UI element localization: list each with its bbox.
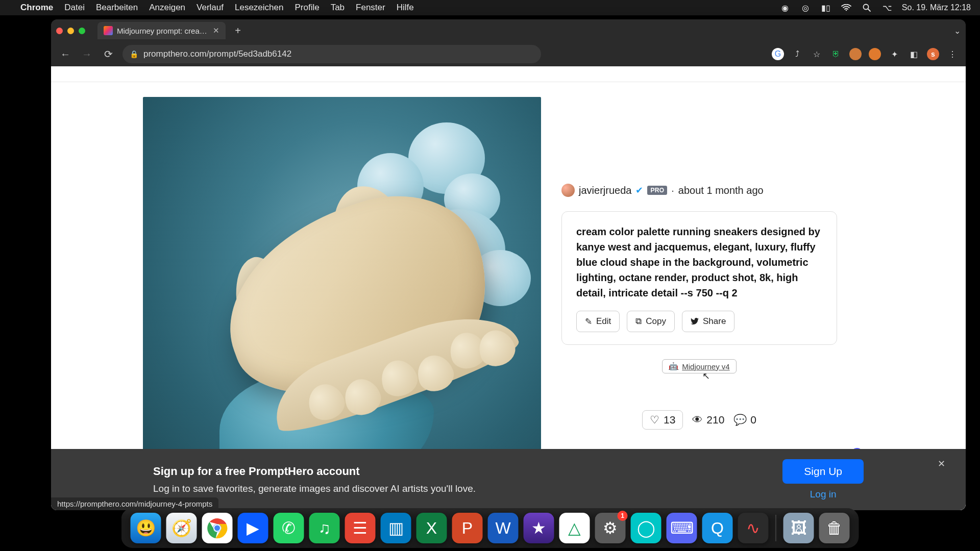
dock-whatsapp-icon[interactable]: ✆ xyxy=(274,513,304,543)
generated-image[interactable] xyxy=(143,97,541,495)
author-row: javierjrueda ✔ PRO · about 1 month ago xyxy=(561,184,874,197)
menu-history[interactable]: Verlauf xyxy=(197,3,224,13)
battery-icon[interactable]: ▮▯ xyxy=(820,3,831,13)
dock-settings-icon[interactable]: ⚙ 1 xyxy=(595,513,626,543)
edit-pencil-icon: ✎ xyxy=(585,316,592,327)
forward-button[interactable]: → xyxy=(80,48,94,60)
reload-button[interactable]: ⟳ xyxy=(101,48,115,60)
window-minimize-button[interactable] xyxy=(67,28,74,34)
menu-file[interactable]: Datei xyxy=(64,3,85,13)
stats-row: ♡ 13 👁 210 💬 0 xyxy=(561,410,837,430)
header-divider xyxy=(51,82,966,82)
dock-discord-icon[interactable]: ⌨ xyxy=(667,513,697,543)
profile-avatar-icon[interactable]: s xyxy=(927,48,939,60)
dock-zoom-icon[interactable]: ▶ xyxy=(238,513,268,543)
macos-menubar: Chrome Datei Bearbeiten Anzeigen Verlauf… xyxy=(0,0,980,15)
svg-point-5 xyxy=(214,525,220,532)
menu-bookmarks[interactable]: Lesezeichen xyxy=(235,3,283,13)
lock-icon: 🔒 xyxy=(130,50,138,58)
heart-icon: ♡ xyxy=(650,414,659,426)
url-text: prompthero.com/prompt/5ed3adb6142 xyxy=(143,49,291,59)
dock-trash-icon[interactable]: 🗑 xyxy=(819,513,850,543)
menu-window[interactable]: Fenster xyxy=(356,3,385,13)
author-name[interactable]: javierjrueda xyxy=(579,185,631,196)
dock-todoist-icon[interactable]: ☰ xyxy=(345,513,376,543)
banner-title: Sign up for a free PromptHero account xyxy=(153,465,476,478)
share-label: Share xyxy=(703,316,726,327)
svg-line-2 xyxy=(868,9,870,12)
control-center-icon[interactable]: ⌥ xyxy=(881,3,893,13)
eye-icon: 👁 xyxy=(692,414,703,426)
menu-profiles[interactable]: Profile xyxy=(295,3,319,13)
cursor-pointer-icon: ↖ xyxy=(702,370,710,382)
menu-help[interactable]: Hilfe xyxy=(397,3,414,13)
sidepanel-icon[interactable]: ◧ xyxy=(908,48,920,60)
dock-safari-icon[interactable]: 🧭 xyxy=(166,513,197,543)
post-time: about 1 month ago xyxy=(678,185,764,196)
back-button[interactable]: ← xyxy=(58,48,72,60)
dock-imovie-icon[interactable]: ★ xyxy=(524,513,554,543)
separator-dot: · xyxy=(671,185,674,196)
dock-finder-icon[interactable]: 😃 xyxy=(131,513,161,543)
dock-quicktime-icon[interactable]: Q xyxy=(702,513,733,543)
bookmark-star-icon[interactable]: ☆ xyxy=(811,48,823,60)
settings-badge: 1 xyxy=(618,511,628,521)
dock-preview-icon[interactable]: 🖼 xyxy=(783,513,814,543)
menu-view[interactable]: Anzeigen xyxy=(149,3,185,13)
menu-edit[interactable]: Bearbeiten xyxy=(96,3,138,13)
view-count: 210 xyxy=(706,414,724,426)
google-lens-icon[interactable]: G xyxy=(772,48,784,60)
spotlight-icon[interactable] xyxy=(861,3,872,12)
new-tab-button[interactable]: + xyxy=(231,23,245,38)
record-status-icon[interactable]: ◉ xyxy=(779,3,791,13)
comment-icon: 💬 xyxy=(733,414,747,426)
tab-close-icon[interactable]: ✕ xyxy=(213,26,219,35)
banner-close-icon[interactable]: ✕ xyxy=(938,458,945,469)
dock-separator xyxy=(776,515,776,541)
copy-button[interactable]: ⧉ Copy xyxy=(627,311,675,332)
edit-button[interactable]: ✎ Edit xyxy=(576,311,620,332)
extensions-puzzle-icon[interactable]: ✦ xyxy=(888,48,900,60)
author-avatar-icon[interactable] xyxy=(561,184,575,197)
banner-subtitle: Log in to save favorites, generate image… xyxy=(153,483,476,494)
dock-drive-icon[interactable]: △ xyxy=(559,513,590,543)
menu-tab[interactable]: Tab xyxy=(331,3,345,13)
dock-word-icon[interactable]: W xyxy=(488,513,519,543)
views-stat: 👁 210 xyxy=(692,414,724,426)
prompt-card: cream color palette running sneakers des… xyxy=(561,211,837,345)
copy-icon: ⧉ xyxy=(635,316,642,327)
dock-trello-icon[interactable]: ▥ xyxy=(381,513,411,543)
share-page-icon[interactable]: ⤴ xyxy=(791,48,803,60)
extension-icon-1[interactable] xyxy=(849,48,862,60)
dock-app-teal-icon[interactable]: ◯ xyxy=(631,513,662,543)
wifi-icon[interactable] xyxy=(841,4,852,11)
like-count: 13 xyxy=(664,414,675,426)
tab-overflow-icon[interactable]: ⌄ xyxy=(954,26,961,36)
extension-shield-icon[interactable]: ⛨ xyxy=(830,48,842,60)
comments-stat[interactable]: 💬 0 xyxy=(733,414,756,426)
browser-tab[interactable]: Midjourney prompt: cream col ✕ xyxy=(97,22,226,39)
dock-voicememos-icon[interactable]: ∿ xyxy=(738,513,769,543)
chrome-menu-icon[interactable]: ⋮ xyxy=(946,48,959,60)
model-tag-link[interactable]: 🤖 Midjourney v4 xyxy=(662,359,736,373)
menubar-clock[interactable]: So. 19. März 12:18 xyxy=(902,3,971,12)
browser-toolbar: ← → ⟳ 🔒 prompthero.com/prompt/5ed3adb614… xyxy=(51,42,966,66)
chrome-window: Midjourney prompt: cream col ✕ + ⌄ ← → ⟳… xyxy=(51,19,966,510)
dock-excel-icon[interactable]: X xyxy=(416,513,447,543)
signup-button[interactable]: Sign Up xyxy=(782,459,864,484)
login-link[interactable]: Log in xyxy=(810,489,837,500)
address-bar[interactable]: 🔒 prompthero.com/prompt/5ed3adb6142 xyxy=(122,45,541,63)
extension-icon-2[interactable] xyxy=(869,48,881,60)
share-button[interactable]: Share xyxy=(682,311,734,332)
like-button[interactable]: ♡ 13 xyxy=(642,410,683,430)
dock-powerpoint-icon[interactable]: P xyxy=(452,513,483,543)
window-zoom-button[interactable] xyxy=(79,28,85,34)
app-menu[interactable]: Chrome xyxy=(20,3,53,13)
comment-count: 0 xyxy=(750,414,756,426)
screen-record-icon[interactable]: ◎ xyxy=(800,3,811,13)
macos-dock: 😃 🧭 ▶ ✆ ♫ ☰ ▥ X P W ★ △ ⚙ 1 ◯ ⌨ Q ∿ 🖼 🗑 xyxy=(121,508,859,548)
dock-spotify-icon[interactable]: ♫ xyxy=(309,513,340,543)
page-viewport: javierjrueda ✔ PRO · about 1 month ago c… xyxy=(51,66,966,510)
window-close-button[interactable] xyxy=(56,28,63,34)
dock-chrome-icon[interactable] xyxy=(202,513,233,543)
